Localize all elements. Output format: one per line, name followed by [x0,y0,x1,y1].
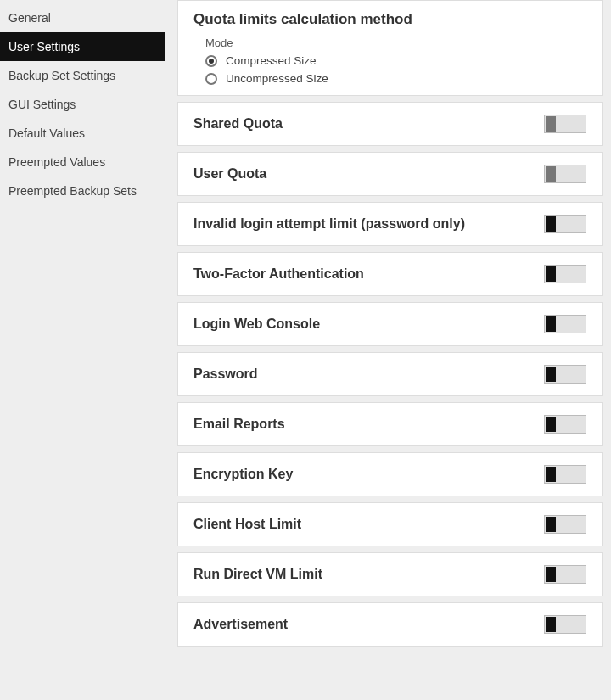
panel-title: User Quota [193,166,266,182]
sidebar: General User Settings Backup Set Setting… [0,0,165,700]
sidebar-item-preempted-backup-sets[interactable]: Preempted Backup Sets [0,176,165,205]
advertisement-toggle[interactable] [544,615,586,634]
quota-method-panel: Quota limits calculation method Mode Com… [177,0,603,96]
panel-title: Login Web Console [193,316,320,332]
email-reports-panel: Email Reports [177,402,603,446]
panel-title: Two-Factor Authentication [193,266,364,282]
sidebar-item-preempted-values[interactable]: Preempted Values [0,148,165,176]
password-panel: Password [177,352,603,396]
panel-title: Invalid login attempt limit (password on… [193,216,465,232]
user-quota-toggle[interactable] [544,165,586,183]
email-reports-toggle[interactable] [544,415,586,434]
panel-title: Encryption Key [193,467,293,482]
sidebar-item-backup-set-settings[interactable]: Backup Set Settings [0,61,165,90]
user-quota-panel: User Quota [177,152,603,196]
quota-option-uncompressed[interactable]: Uncompressed Size [205,72,586,85]
advertisement-panel: Advertisement [177,602,603,647]
client-host-limit-toggle[interactable] [544,515,586,534]
invalid-login-panel: Invalid login attempt limit (password on… [177,202,603,246]
sidebar-item-general[interactable]: General [0,3,165,32]
panel-title: Shared Quota [193,116,283,132]
two-factor-panel: Two-Factor Authentication [177,252,603,296]
login-web-console-toggle[interactable] [544,315,586,333]
run-direct-vm-limit-toggle[interactable] [544,565,586,584]
main-content: Quota limits calculation method Mode Com… [165,0,611,700]
panel-title: Email Reports [193,417,285,432]
quota-option-label: Compressed Size [226,54,317,67]
sidebar-item-user-settings[interactable]: User Settings [0,32,165,61]
encryption-key-panel: Encryption Key [177,452,603,496]
invalid-login-toggle[interactable] [544,215,586,233]
shared-quota-panel: Shared Quota [177,102,603,146]
radio-icon [205,55,217,67]
login-web-console-panel: Login Web Console [177,302,603,346]
two-factor-toggle[interactable] [544,265,586,283]
shared-quota-toggle[interactable] [544,115,586,133]
client-host-limit-panel: Client Host Limit [177,502,603,546]
run-direct-vm-limit-panel: Run Direct VM Limit [177,552,603,596]
panel-title: Password [193,367,258,382]
quota-option-label: Uncompressed Size [226,72,328,85]
quota-mode-label: Mode [205,36,586,49]
quota-method-title: Quota limits calculation method [193,11,586,28]
sidebar-item-gui-settings[interactable]: GUI Settings [0,90,165,119]
sidebar-item-default-values[interactable]: Default Values [0,119,165,148]
password-toggle[interactable] [544,365,586,384]
panel-title: Run Direct VM Limit [193,567,322,582]
encryption-key-toggle[interactable] [544,465,586,484]
panel-title: Advertisement [193,617,288,632]
radio-icon [205,73,217,85]
quota-option-compressed[interactable]: Compressed Size [205,54,586,67]
panel-title: Client Host Limit [193,517,301,532]
